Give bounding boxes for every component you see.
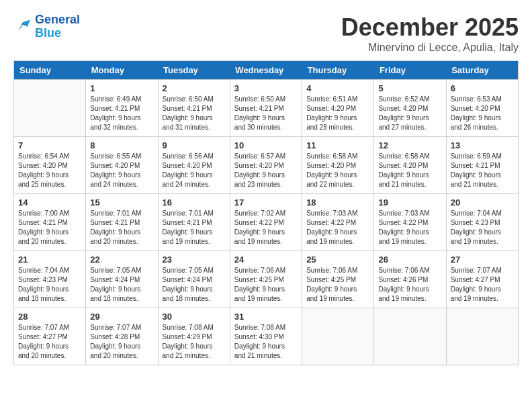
day-info: Sunrise: 7:02 AM Sunset: 4:22 PM Dayligh… xyxy=(234,209,298,246)
day-info: Sunrise: 6:53 AM Sunset: 4:20 PM Dayligh… xyxy=(451,95,514,132)
logo-text: General Blue xyxy=(35,13,80,40)
calendar-cell xyxy=(14,80,86,137)
calendar-cell: 4Sunrise: 6:51 AM Sunset: 4:20 PM Daylig… xyxy=(302,80,374,137)
day-number: 13 xyxy=(451,140,514,150)
day-number: 6 xyxy=(451,83,514,93)
calendar-cell: 11Sunrise: 6:58 AM Sunset: 4:20 PM Dayli… xyxy=(302,137,374,194)
day-info: Sunrise: 7:00 AM Sunset: 4:21 PM Dayligh… xyxy=(18,209,81,246)
calendar-cell: 30Sunrise: 7:08 AM Sunset: 4:29 PM Dayli… xyxy=(158,308,230,365)
calendar-cell: 5Sunrise: 6:52 AM Sunset: 4:20 PM Daylig… xyxy=(374,80,446,137)
day-info: Sunrise: 7:07 AM Sunset: 4:27 PM Dayligh… xyxy=(451,266,514,304)
calendar-cell xyxy=(446,308,518,365)
header-row: Sunday Monday Tuesday Wednesday Thursday… xyxy=(14,61,519,80)
day-info: Sunrise: 7:05 AM Sunset: 4:24 PM Dayligh… xyxy=(163,266,226,304)
calendar-cell: 18Sunrise: 7:03 AM Sunset: 4:22 PM Dayli… xyxy=(302,194,374,251)
calendar-body: 1Sunrise: 6:49 AM Sunset: 4:21 PM Daylig… xyxy=(14,80,519,365)
day-number: 11 xyxy=(306,140,369,150)
logo: General Blue xyxy=(13,13,80,40)
day-info: Sunrise: 7:06 AM Sunset: 4:25 PM Dayligh… xyxy=(306,266,369,304)
day-number: 10 xyxy=(234,140,298,150)
calendar-cell: 13Sunrise: 6:59 AM Sunset: 4:21 PM Dayli… xyxy=(446,137,518,194)
day-number: 24 xyxy=(234,255,298,265)
calendar-cell: 28Sunrise: 7:07 AM Sunset: 4:27 PM Dayli… xyxy=(14,308,86,365)
calendar-cell: 22Sunrise: 7:05 AM Sunset: 4:24 PM Dayli… xyxy=(86,251,158,308)
day-number: 3 xyxy=(234,83,298,93)
day-info: Sunrise: 6:50 AM Sunset: 4:21 PM Dayligh… xyxy=(163,95,226,132)
day-info: Sunrise: 7:07 AM Sunset: 4:28 PM Dayligh… xyxy=(90,323,153,361)
day-number: 31 xyxy=(234,312,298,322)
day-number: 16 xyxy=(163,197,226,208)
day-info: Sunrise: 6:49 AM Sunset: 4:21 PM Dayligh… xyxy=(90,95,153,132)
calendar-cell: 27Sunrise: 7:07 AM Sunset: 4:27 PM Dayli… xyxy=(446,251,518,308)
day-number: 25 xyxy=(306,255,369,265)
day-info: Sunrise: 7:05 AM Sunset: 4:24 PM Dayligh… xyxy=(90,266,153,304)
day-number: 18 xyxy=(306,197,369,208)
day-info: Sunrise: 6:52 AM Sunset: 4:20 PM Dayligh… xyxy=(378,95,441,132)
calendar-cell: 7Sunrise: 6:54 AM Sunset: 4:20 PM Daylig… xyxy=(14,137,86,194)
day-number: 14 xyxy=(18,197,81,208)
day-info: Sunrise: 6:50 AM Sunset: 4:21 PM Dayligh… xyxy=(234,95,298,132)
day-info: Sunrise: 6:51 AM Sunset: 4:20 PM Dayligh… xyxy=(306,95,369,132)
calendar-cell: 12Sunrise: 6:58 AM Sunset: 4:20 PM Dayli… xyxy=(374,137,446,194)
day-number: 1 xyxy=(90,83,153,93)
day-number: 8 xyxy=(90,140,153,150)
calendar-cell: 19Sunrise: 7:03 AM Sunset: 4:22 PM Dayli… xyxy=(374,194,446,251)
month-title: December 2025 xyxy=(341,13,519,42)
day-number: 17 xyxy=(234,197,298,208)
header-sunday: Sunday xyxy=(14,61,86,80)
day-info: Sunrise: 6:58 AM Sunset: 4:20 PM Dayligh… xyxy=(378,152,441,189)
day-info: Sunrise: 6:54 AM Sunset: 4:20 PM Dayligh… xyxy=(18,152,81,189)
day-number: 4 xyxy=(306,83,369,93)
day-info: Sunrise: 7:06 AM Sunset: 4:25 PM Dayligh… xyxy=(234,266,298,304)
day-number: 9 xyxy=(163,140,226,150)
day-info: Sunrise: 7:01 AM Sunset: 4:21 PM Dayligh… xyxy=(90,209,153,246)
calendar-cell: 14Sunrise: 7:00 AM Sunset: 4:21 PM Dayli… xyxy=(14,194,86,251)
header-friday: Friday xyxy=(374,61,446,80)
day-number: 27 xyxy=(451,255,514,265)
week-row-4: 28Sunrise: 7:07 AM Sunset: 4:27 PM Dayli… xyxy=(14,308,519,365)
calendar-cell: 2Sunrise: 6:50 AM Sunset: 4:21 PM Daylig… xyxy=(158,80,230,137)
day-number: 7 xyxy=(18,140,81,150)
day-number: 15 xyxy=(90,197,153,208)
header-tuesday: Tuesday xyxy=(158,61,230,80)
week-row-2: 14Sunrise: 7:00 AM Sunset: 4:21 PM Dayli… xyxy=(14,194,519,251)
calendar-header: Sunday Monday Tuesday Wednesday Thursday… xyxy=(14,61,519,80)
calendar-cell: 15Sunrise: 7:01 AM Sunset: 4:21 PM Dayli… xyxy=(86,194,158,251)
day-info: Sunrise: 6:56 AM Sunset: 4:20 PM Dayligh… xyxy=(163,152,226,189)
day-info: Sunrise: 7:03 AM Sunset: 4:22 PM Dayligh… xyxy=(306,209,369,246)
calendar-cell: 20Sunrise: 7:04 AM Sunset: 4:23 PM Dayli… xyxy=(446,194,518,251)
day-number: 12 xyxy=(378,140,441,150)
logo-icon xyxy=(13,17,32,36)
calendar-cell: 17Sunrise: 7:02 AM Sunset: 4:22 PM Dayli… xyxy=(230,194,302,251)
day-number: 22 xyxy=(90,255,153,265)
calendar-cell: 1Sunrise: 6:49 AM Sunset: 4:21 PM Daylig… xyxy=(86,80,158,137)
title-block: December 2025 Minervino di Lecce, Apulia… xyxy=(341,13,519,54)
day-number: 19 xyxy=(378,197,441,208)
day-info: Sunrise: 7:01 AM Sunset: 4:21 PM Dayligh… xyxy=(163,209,226,246)
calendar-cell xyxy=(302,308,374,365)
day-number: 21 xyxy=(18,255,81,265)
day-info: Sunrise: 7:08 AM Sunset: 4:30 PM Dayligh… xyxy=(234,323,298,361)
day-number: 29 xyxy=(90,312,153,322)
header-monday: Monday xyxy=(86,61,158,80)
day-info: Sunrise: 6:57 AM Sunset: 4:20 PM Dayligh… xyxy=(234,152,298,189)
day-info: Sunrise: 6:58 AM Sunset: 4:20 PM Dayligh… xyxy=(306,152,369,189)
calendar-cell: 23Sunrise: 7:05 AM Sunset: 4:24 PM Dayli… xyxy=(158,251,230,308)
calendar-cell: 25Sunrise: 7:06 AM Sunset: 4:25 PM Dayli… xyxy=(302,251,374,308)
calendar-table: Sunday Monday Tuesday Wednesday Thursday… xyxy=(13,60,519,365)
header-saturday: Saturday xyxy=(446,61,518,80)
calendar-cell xyxy=(374,308,446,365)
calendar-cell: 24Sunrise: 7:06 AM Sunset: 4:25 PM Dayli… xyxy=(230,251,302,308)
page-header: General Blue December 2025 Minervino di … xyxy=(13,13,519,54)
calendar-cell: 6Sunrise: 6:53 AM Sunset: 4:20 PM Daylig… xyxy=(446,80,518,137)
day-number: 26 xyxy=(378,255,441,265)
day-number: 5 xyxy=(378,83,441,93)
day-number: 2 xyxy=(163,83,226,93)
day-info: Sunrise: 7:07 AM Sunset: 4:27 PM Dayligh… xyxy=(18,323,81,361)
calendar-cell: 29Sunrise: 7:07 AM Sunset: 4:28 PM Dayli… xyxy=(86,308,158,365)
week-row-3: 21Sunrise: 7:04 AM Sunset: 4:23 PM Dayli… xyxy=(14,251,519,308)
day-number: 20 xyxy=(451,197,514,208)
header-thursday: Thursday xyxy=(302,61,374,80)
week-row-1: 7Sunrise: 6:54 AM Sunset: 4:20 PM Daylig… xyxy=(14,137,519,194)
calendar-cell: 26Sunrise: 7:06 AM Sunset: 4:26 PM Dayli… xyxy=(374,251,446,308)
